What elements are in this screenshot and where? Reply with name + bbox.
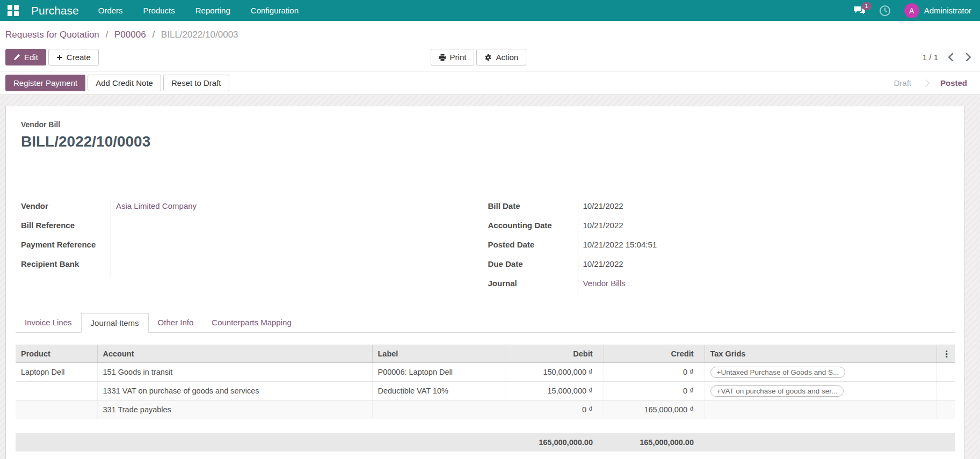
posted-date-label: Posted Date [488,238,578,258]
breadcrumb-link-rfq[interactable]: Requests for Quotation [5,30,99,40]
cell-product [16,382,97,400]
menu-reporting[interactable]: Reporting [195,6,230,15]
edit-button[interactable]: Edit [5,49,46,65]
field-group-left: Vendor Asia Limited Company Bill Referen… [21,200,488,296]
control-panel: Edit Create Print Action 1 / 1 [0,46,980,71]
vendor-label: Vendor [21,200,111,219]
tab-invoice-lines[interactable]: Invoice Lines [16,313,81,333]
cell-label: Deductible VAT 10% [372,382,505,400]
action-button-label: Action [496,53,518,62]
messages-icon[interactable]: 1 [854,6,866,15]
cell-debit: 150,000,000 ₫ [505,363,604,382]
column-header-credit[interactable]: Credit [604,345,705,363]
tab-journal-items[interactable]: Journal Items [81,313,149,333]
reset-to-draft-button[interactable]: Reset to Draft [163,75,229,91]
due-date-label: Due Date [488,258,578,277]
breadcrumb-separator: / [106,30,108,40]
accounting-date-label: Accounting Date [488,219,578,238]
cell-account: 1331 VAT on purchase of goods and servic… [97,382,372,400]
pager-previous-icon[interactable] [948,53,954,61]
breadcrumb: Requests for Quotation / P00006 / BILL/2… [0,21,980,46]
messages-badge: 1 [862,2,872,10]
journal-item-row[interactable]: Laptopn Dell 151 Goods in transit P00006… [16,363,955,382]
menu-products[interactable]: Products [143,6,175,15]
create-button-label: Create [67,53,91,62]
action-button[interactable]: Action [476,49,526,65]
menu-orders[interactable]: Orders [98,6,123,15]
top-navbar: Purchase Orders Products Reporting Confi… [0,0,980,21]
column-header-tax-grids[interactable]: Tax Grids [705,345,937,363]
total-credit: 165,000,000.00 [604,433,705,451]
cell-label [372,400,505,419]
user-name: Administrator [924,6,971,15]
cell-account: 331 Trade payables [97,400,372,419]
journal-label: Journal [488,277,578,296]
print-button-label: Print [450,53,467,62]
form-statusbar: Register Payment Add Credit Note Reset t… [0,71,980,95]
form-view-background: Vendor Bill BILL/2022/10/0003 Vendor Asi… [0,95,980,459]
statusbar-chevron-icon [922,79,930,86]
pager-next-icon[interactable] [966,53,971,61]
recipient-bank-value [111,258,488,277]
menu-configuration[interactable]: Configuration [251,6,299,15]
posted-date-value: 10/21/2022 15:04:51 [578,238,955,258]
notebook-tabs: Invoice Lines Journal Items Other Info C… [16,312,955,333]
journal-items-table: Product Account Label Debit Credit Tax G… [16,345,955,451]
bill-date-value: 10/21/2022 [578,200,955,219]
pager-counter: 1 / 1 [923,53,938,62]
document-title: BILL/2022/10/0003 [21,133,955,150]
cell-credit: 0 ₫ [604,382,705,400]
register-payment-button[interactable]: Register Payment [5,75,85,91]
app-name[interactable]: Purchase [31,4,79,17]
doc-type-label: Vendor Bill [21,120,955,129]
cell-credit: 165,000,000 ₫ [604,400,705,419]
table-header-row: Product Account Label Debit Credit Tax G… [16,345,955,363]
tax-grid-tag: +VAT on purchase of goods and ser... [710,385,844,397]
cell-tax-grids [705,400,937,419]
cell-account: 151 Goods in transit [97,363,372,382]
breadcrumb-current: BILL/2022/10/0003 [161,30,238,40]
recipient-bank-label: Recipient Bank [21,258,111,277]
cell-product [16,400,97,419]
plus-icon [56,54,63,61]
apps-menu-icon[interactable] [8,5,19,17]
journal-value-link[interactable]: Vendor Bills [583,279,626,288]
cell-label: P00006: Laptopn Dell [372,363,505,382]
state-draft[interactable]: Draft [894,78,911,88]
tab-counterparts-mapping[interactable]: Counterparts Mapping [202,313,300,333]
pencil-icon [13,54,20,61]
due-date-value: 10/21/2022 [578,258,955,277]
journal-item-row[interactable]: 331 Trade payables 0 ₫ 165,000,000 ₫ [16,400,955,419]
vendor-value-link[interactable]: Asia Limited Company [116,201,197,210]
state-posted[interactable]: Posted [940,78,967,88]
breadcrumb-separator: / [152,30,155,40]
gear-icon [484,54,492,61]
optional-columns-icon[interactable]: ⋮ [937,345,955,363]
tax-grid-tag: +Untaxed Purchase of Goods and S... [710,367,846,378]
column-header-debit[interactable]: Debit [505,345,604,363]
bill-date-label: Bill Date [488,200,578,219]
printer-icon [439,54,446,61]
field-groups: Vendor Asia Limited Company Bill Referen… [21,200,955,296]
accounting-date-value: 10/21/2022 [578,219,955,238]
journal-item-row[interactable]: 1331 VAT on purchase of goods and servic… [16,382,955,400]
column-header-product[interactable]: Product [16,345,97,363]
cell-debit: 0 ₫ [505,400,604,419]
cell-credit: 0 ₫ [604,363,705,382]
create-button[interactable]: Create [48,49,99,65]
activity-clock-icon[interactable] [879,4,891,17]
tab-other-info[interactable]: Other Info [149,313,203,333]
bill-reference-value [111,219,488,238]
spacer-row [16,419,955,433]
breadcrumb-link-po[interactable]: P00006 [114,30,146,40]
user-menu[interactable]: A Administrator [904,3,971,18]
form-sheet: Vendor Bill BILL/2022/10/0003 Vendor Asi… [5,106,965,459]
column-header-account[interactable]: Account [97,345,372,363]
payment-reference-label: Payment Reference [21,238,111,258]
cell-debit: 15,000,000 ₫ [505,382,604,400]
column-header-label[interactable]: Label [372,345,505,363]
print-button[interactable]: Print [431,49,475,65]
main-menu: Orders Products Reporting Configuration [98,6,299,15]
bill-reference-label: Bill Reference [21,219,111,238]
add-credit-note-button[interactable]: Add Credit Note [88,75,161,91]
